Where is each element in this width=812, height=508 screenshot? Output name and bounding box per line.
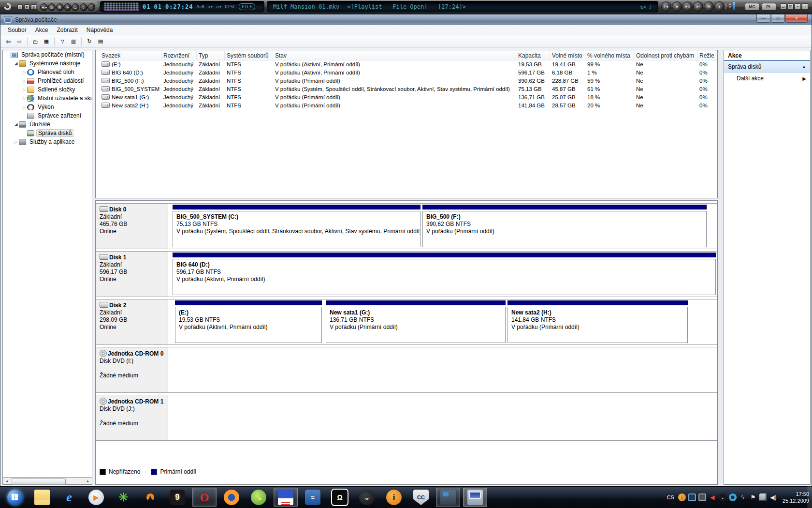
alarm-icon[interactable]: ☏ — [48, 3, 56, 11]
help-button[interactable]: ? — [58, 37, 67, 46]
scroll-thumb[interactable] — [12, 478, 66, 485]
column-header-volnmsto[interactable]: Volné místo — [550, 51, 585, 60]
refresh-button[interactable]: ↻ — [85, 37, 94, 46]
pane-splitter[interactable] — [718, 50, 723, 485]
minimize-button[interactable]: — — [756, 15, 770, 23]
clock[interactable]: 17:5025.12.2009 — [783, 491, 809, 504]
taskbar-button-black-creature-app[interactable]: Ω — [328, 488, 352, 507]
player-window-button[interactable]: − — [795, 3, 801, 10]
disk-label-disk-0[interactable]: Disk 0Základní465,76 GBOnline — [96, 204, 168, 249]
panel-toggle-button[interactable]: P — [24, 4, 29, 10]
flag-tray-icon[interactable]: ⚑ — [749, 493, 757, 501]
scroll-right-icon[interactable]: ► — [85, 479, 91, 483]
sidebar-item-event-viewer[interactable]: ▷Prohlížeč událostí — [3, 76, 92, 85]
table-row[interactable]: BIG 640 (D:)JednoduchýZákladníNTFSV pořá… — [96, 69, 718, 77]
ab-repeat-indicator[interactable]: A↔B — [196, 4, 204, 9]
more-icon[interactable]: ⁚ — [87, 3, 95, 11]
monitor-blue-tray-icon[interactable] — [688, 493, 696, 501]
menu-item-akce[interactable]: Akce — [31, 26, 53, 34]
collapse-icon[interactable]: ▲ — [802, 64, 806, 69]
column-header-systmsoubor[interactable]: Systém souborů — [225, 51, 273, 60]
power-tray-icon[interactable]: ϟ — [739, 493, 747, 501]
monitor-gray-tray-icon[interactable] — [698, 493, 706, 501]
sidebar-item-device-manager[interactable]: Správce zařízení — [3, 111, 92, 120]
collapsed-arrow-icon[interactable]: ▷ — [21, 70, 27, 75]
player-window-button[interactable]: ▭ — [780, 3, 786, 10]
input-icon[interactable]: ↕ — [80, 3, 87, 11]
table-row[interactable]: New sata2 (H:)JednoduchýZákladníNTFSV po… — [96, 102, 718, 110]
sidebar-item-storage[interactable]: ◢Úložiště — [3, 120, 92, 129]
sidebar-item-services[interactable]: ▷Služby a aplikace — [3, 137, 92, 146]
actions-group-disk-management[interactable]: Správa disků ▲ — [724, 61, 810, 73]
collapsed-arrow-icon[interactable]: ▷ — [13, 140, 19, 144]
collapsed-arrow-icon[interactable]: ▷ — [21, 96, 27, 101]
network-tray-icon[interactable] — [759, 493, 767, 501]
taskbar-button-remote-panel-app[interactable] — [436, 488, 460, 507]
open-icon[interactable]: ▤ — [704, 1, 714, 12]
show-console-tree-button[interactable]: ▦ — [42, 37, 51, 46]
taskbar-button-media-player[interactable]: ▶ — [84, 488, 108, 507]
volume-tray-icon[interactable]: ◀) — [769, 493, 777, 501]
webcam-tray-icon[interactable] — [729, 493, 737, 501]
mc-button[interactable]: MC — [745, 3, 759, 11]
sidebar-item-shared-folders[interactable]: ▷Sdílené složky — [3, 85, 92, 94]
partition-newsata1g[interactable]: New sata1 (G:)136,71 GB NTFSV pořádku (P… — [326, 300, 506, 344]
table-row[interactable]: BIG_500_SYSTEM (C:)JednoduchýZákladníNTF… — [96, 86, 718, 94]
pl-button[interactable]: PL — [762, 3, 776, 11]
forward-button[interactable]: ⇨ — [14, 37, 24, 46]
repeat-all-icon[interactable]: ↻▾ — [217, 4, 222, 9]
sidebar-item-disk-management[interactable]: Správa disků — [3, 129, 92, 137]
menu-item-soubor[interactable]: Soubor — [3, 26, 31, 34]
player-window-button[interactable]: ◱ — [787, 3, 794, 10]
effect-icon[interactable]: ✶ — [64, 3, 72, 11]
collapsed-arrow-icon[interactable]: ▷ — [21, 79, 27, 83]
partition-big640d[interactable]: BIG 640 (D:)596,17 GB NTFSV pořádku (Akt… — [173, 253, 716, 296]
close-button[interactable]: × — [785, 15, 808, 23]
speaker-muted-tray-icon[interactable]: ◀ — [709, 493, 716, 501]
expanded-arrow-icon[interactable]: ◢ — [13, 122, 19, 127]
eject-icon[interactable]: ◄● — [40, 3, 48, 11]
disk-label-jednotka-cd-rom-0[interactable]: Jednotka CD-ROM 0Disk DVD (I:) Žádné méd… — [96, 347, 168, 392]
play-pause-icon[interactable]: ►II — [682, 1, 693, 12]
taskbar-button-download-manager[interactable]: ↘ — [246, 488, 271, 507]
partition-big500f[interactable]: BIG_500 (F:)390,62 GB NTFSV pořádku (Pri… — [422, 205, 707, 248]
column-header-odolnostprotichybm[interactable]: Odolnost proti chybám — [634, 51, 697, 60]
partition-e[interactable]: (E:)19,53 GB NTFSV pořádku (Aktivní, Pri… — [175, 300, 322, 344]
column-header-reie[interactable]: Režie — [697, 51, 718, 60]
language-indicator[interactable]: CS — [666, 493, 676, 501]
taskbar-button-shield-cc-app[interactable]: CC — [409, 488, 433, 507]
menu-item-zobrazit[interactable]: Zobrazit — [52, 26, 82, 34]
taskbar-button-firefox[interactable] — [219, 488, 244, 507]
menu-item-npovda[interactable]: Nápověda — [82, 26, 117, 34]
taskbar-button-icq[interactable]: ✳ — [111, 488, 135, 507]
export-list-button[interactable]: 🗀 — [30, 37, 40, 46]
sidebar-item-computer[interactable]: Správa počítače (místní) — [3, 50, 92, 59]
maximize-button[interactable]: □ — [771, 15, 785, 23]
record-mode-icon[interactable]: R — [56, 3, 64, 11]
back-button[interactable]: ⇦ — [3, 37, 13, 46]
taskbar-button-internet-explorer[interactable]: e — [57, 488, 81, 507]
previous-icon[interactable]: I◄ — [661, 1, 671, 12]
scroll-left-icon[interactable]: ◄ — [3, 479, 10, 483]
tree-horizontal-scrollbar[interactable]: ◄ ► — [2, 477, 92, 485]
disc-indicator[interactable]: DISC — [225, 4, 235, 9]
file-mode-indicator[interactable]: FILE — [239, 3, 255, 10]
steam-tray-icon[interactable]: ⌄ — [719, 493, 726, 501]
taskbar-button-file-manager[interactable] — [274, 488, 298, 507]
record-icon[interactable]: ● — [714, 1, 725, 12]
table-row[interactable]: BIG_500 (F:)JednoduchýZákladníNTFSV pořá… — [96, 77, 718, 86]
column-header-stav[interactable]: Stav — [273, 51, 516, 60]
taskbar-button-start-orb[interactable] — [3, 488, 27, 507]
lcd-mode-icons[interactable]: ↻▾ ♪ — [640, 4, 652, 10]
column-header-typ[interactable]: Typ — [197, 51, 225, 60]
sidebar-item-performance[interactable]: ▷Výkon — [3, 103, 92, 111]
taskbar-button-windows-explorer[interactable] — [30, 488, 54, 507]
column-header-%volnhomsta[interactable]: % volného místa — [585, 51, 634, 60]
preset-icon[interactable]: ▭ — [72, 3, 79, 11]
partition-big500systemc[interactable]: BIG_500_SYSTEM (C:)75,13 GB NTFSV pořádk… — [173, 205, 420, 248]
title-bar[interactable]: Správa počítače —□× — [0, 15, 812, 25]
taskbar-button-jetaudio[interactable] — [138, 488, 162, 507]
partition-info-box[interactable]: New sata2 (H:)141,84 GB NTFSV pořádku (P… — [508, 307, 688, 343]
taskbar-button-flame-9-app[interactable]: 9 — [165, 488, 189, 507]
panel-toggle-button[interactable]: S — [31, 4, 36, 10]
